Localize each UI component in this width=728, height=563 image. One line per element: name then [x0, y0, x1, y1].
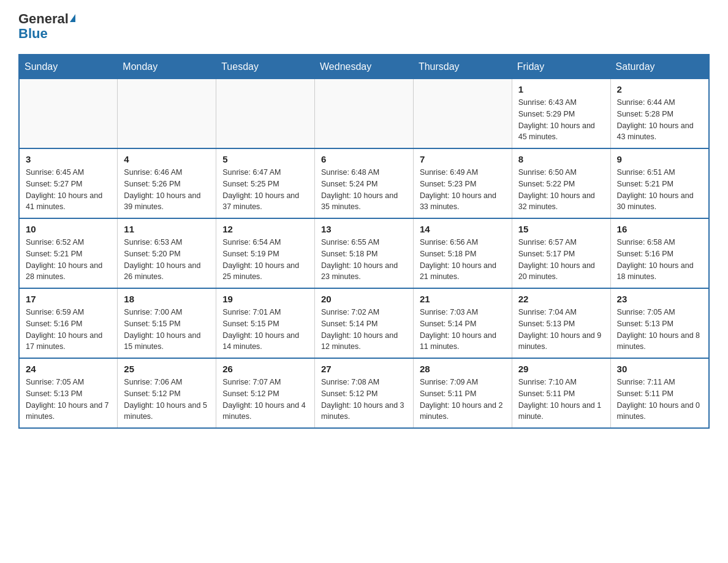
calendar-cell: 7Sunrise: 6:49 AM Sunset: 5:23 PM Daylig… [413, 148, 512, 218]
logo-general: General [18, 12, 75, 26]
day-number: 4 [124, 154, 210, 164]
calendar-cell: 5Sunrise: 6:47 AM Sunset: 5:25 PM Daylig… [216, 148, 315, 218]
day-info: Sunrise: 7:05 AM Sunset: 5:13 PM Dayligh… [26, 377, 111, 423]
calendar-cell: 28Sunrise: 7:09 AM Sunset: 5:11 PM Dayli… [413, 358, 512, 428]
day-of-week-header: Saturday [610, 55, 709, 79]
calendar-cell: 21Sunrise: 7:03 AM Sunset: 5:14 PM Dayli… [413, 288, 512, 358]
calendar-cell: 24Sunrise: 7:05 AM Sunset: 5:13 PM Dayli… [19, 358, 118, 428]
day-info: Sunrise: 6:46 AM Sunset: 5:26 PM Dayligh… [124, 167, 210, 213]
day-number: 26 [222, 364, 308, 374]
calendar-cell [216, 79, 315, 149]
calendar-cell: 11Sunrise: 6:53 AM Sunset: 5:20 PM Dayli… [118, 218, 216, 288]
day-of-week-header: Monday [118, 55, 216, 79]
day-info: Sunrise: 7:10 AM Sunset: 5:11 PM Dayligh… [518, 377, 604, 423]
day-number: 9 [617, 154, 702, 164]
day-number: 25 [124, 364, 210, 374]
calendar-cell [118, 79, 216, 149]
day-of-week-header: Thursday [413, 55, 512, 79]
day-info: Sunrise: 6:56 AM Sunset: 5:18 PM Dayligh… [420, 237, 506, 283]
day-number: 13 [321, 224, 407, 234]
day-info: Sunrise: 6:57 AM Sunset: 5:17 PM Dayligh… [518, 237, 604, 283]
day-number: 22 [518, 294, 604, 304]
day-number: 20 [321, 294, 407, 304]
day-info: Sunrise: 6:52 AM Sunset: 5:21 PM Dayligh… [26, 237, 111, 283]
calendar-week-row: 17Sunrise: 6:59 AM Sunset: 5:16 PM Dayli… [19, 288, 709, 358]
calendar-cell: 13Sunrise: 6:55 AM Sunset: 5:18 PM Dayli… [315, 218, 414, 288]
calendar-cell [19, 79, 118, 149]
day-info: Sunrise: 6:53 AM Sunset: 5:20 PM Dayligh… [124, 237, 210, 283]
calendar-week-row: 1Sunrise: 6:43 AM Sunset: 5:29 PM Daylig… [19, 79, 709, 149]
day-info: Sunrise: 6:59 AM Sunset: 5:16 PM Dayligh… [26, 307, 111, 353]
day-number: 12 [222, 224, 308, 234]
day-number: 1 [518, 84, 604, 94]
day-of-week-header: Wednesday [315, 55, 414, 79]
day-info: Sunrise: 6:54 AM Sunset: 5:19 PM Dayligh… [222, 237, 308, 283]
calendar-cell: 8Sunrise: 6:50 AM Sunset: 5:22 PM Daylig… [512, 148, 610, 218]
day-number: 21 [420, 294, 506, 304]
logo: General Blue [18, 12, 75, 42]
calendar-cell: 23Sunrise: 7:05 AM Sunset: 5:13 PM Dayli… [610, 288, 709, 358]
day-info: Sunrise: 6:49 AM Sunset: 5:23 PM Dayligh… [420, 167, 506, 213]
calendar-cell: 29Sunrise: 7:10 AM Sunset: 5:11 PM Dayli… [512, 358, 610, 428]
day-info: Sunrise: 7:03 AM Sunset: 5:14 PM Dayligh… [420, 307, 506, 353]
calendar-cell: 17Sunrise: 6:59 AM Sunset: 5:16 PM Dayli… [19, 288, 118, 358]
calendar-cell: 15Sunrise: 6:57 AM Sunset: 5:17 PM Dayli… [512, 218, 610, 288]
day-number: 28 [420, 364, 506, 374]
day-info: Sunrise: 6:45 AM Sunset: 5:27 PM Dayligh… [26, 167, 111, 213]
day-of-week-header: Friday [512, 55, 610, 79]
day-info: Sunrise: 7:04 AM Sunset: 5:13 PM Dayligh… [518, 307, 604, 353]
calendar-cell: 27Sunrise: 7:08 AM Sunset: 5:12 PM Dayli… [315, 358, 414, 428]
day-info: Sunrise: 7:00 AM Sunset: 5:15 PM Dayligh… [124, 307, 210, 353]
day-info: Sunrise: 7:01 AM Sunset: 5:15 PM Dayligh… [222, 307, 308, 353]
day-number: 2 [617, 84, 702, 94]
day-info: Sunrise: 6:50 AM Sunset: 5:22 PM Dayligh… [518, 167, 604, 213]
day-number: 17 [26, 294, 111, 304]
calendar-cell: 19Sunrise: 7:01 AM Sunset: 5:15 PM Dayli… [216, 288, 315, 358]
day-number: 19 [222, 294, 308, 304]
calendar-week-row: 24Sunrise: 7:05 AM Sunset: 5:13 PM Dayli… [19, 358, 709, 428]
day-number: 3 [26, 154, 111, 164]
day-info: Sunrise: 7:07 AM Sunset: 5:12 PM Dayligh… [222, 377, 308, 423]
calendar-cell: 16Sunrise: 6:58 AM Sunset: 5:16 PM Dayli… [610, 218, 709, 288]
day-number: 10 [26, 224, 111, 234]
page-header: General Blue [18, 12, 710, 42]
calendar-table: SundayMondayTuesdayWednesdayThursdayFrid… [18, 54, 710, 429]
day-number: 14 [420, 224, 506, 234]
day-number: 6 [321, 154, 407, 164]
day-of-week-header: Sunday [19, 55, 118, 79]
calendar-cell: 22Sunrise: 7:04 AM Sunset: 5:13 PM Dayli… [512, 288, 610, 358]
calendar-cell: 9Sunrise: 6:51 AM Sunset: 5:21 PM Daylig… [610, 148, 709, 218]
calendar-cell: 18Sunrise: 7:00 AM Sunset: 5:15 PM Dayli… [118, 288, 216, 358]
calendar-cell: 14Sunrise: 6:56 AM Sunset: 5:18 PM Dayli… [413, 218, 512, 288]
calendar-week-row: 10Sunrise: 6:52 AM Sunset: 5:21 PM Dayli… [19, 218, 709, 288]
day-number: 24 [26, 364, 111, 374]
day-of-week-header: Tuesday [216, 55, 315, 79]
day-info: Sunrise: 6:47 AM Sunset: 5:25 PM Dayligh… [222, 167, 308, 213]
day-number: 23 [617, 294, 702, 304]
calendar-cell: 25Sunrise: 7:06 AM Sunset: 5:12 PM Dayli… [118, 358, 216, 428]
calendar-cell: 3Sunrise: 6:45 AM Sunset: 5:27 PM Daylig… [19, 148, 118, 218]
calendar-header-row: SundayMondayTuesdayWednesdayThursdayFrid… [19, 55, 709, 79]
day-number: 11 [124, 224, 210, 234]
day-number: 16 [617, 224, 702, 234]
day-info: Sunrise: 7:02 AM Sunset: 5:14 PM Dayligh… [321, 307, 407, 353]
calendar-cell [413, 79, 512, 149]
calendar-cell: 20Sunrise: 7:02 AM Sunset: 5:14 PM Dayli… [315, 288, 414, 358]
logo-blue-text: Blue [18, 26, 48, 42]
day-number: 18 [124, 294, 210, 304]
day-info: Sunrise: 6:44 AM Sunset: 5:28 PM Dayligh… [617, 97, 702, 143]
day-number: 5 [222, 154, 308, 164]
calendar-cell: 4Sunrise: 6:46 AM Sunset: 5:26 PM Daylig… [118, 148, 216, 218]
day-number: 8 [518, 154, 604, 164]
day-info: Sunrise: 6:55 AM Sunset: 5:18 PM Dayligh… [321, 237, 407, 283]
day-info: Sunrise: 6:43 AM Sunset: 5:29 PM Dayligh… [518, 97, 604, 143]
day-number: 27 [321, 364, 407, 374]
calendar-cell: 12Sunrise: 6:54 AM Sunset: 5:19 PM Dayli… [216, 218, 315, 288]
calendar-body: 1Sunrise: 6:43 AM Sunset: 5:29 PM Daylig… [19, 79, 709, 429]
calendar-cell: 10Sunrise: 6:52 AM Sunset: 5:21 PM Dayli… [19, 218, 118, 288]
calendar-week-row: 3Sunrise: 6:45 AM Sunset: 5:27 PM Daylig… [19, 148, 709, 218]
calendar-cell: 6Sunrise: 6:48 AM Sunset: 5:24 PM Daylig… [315, 148, 414, 218]
day-number: 30 [617, 364, 702, 374]
day-info: Sunrise: 7:08 AM Sunset: 5:12 PM Dayligh… [321, 377, 407, 423]
day-info: Sunrise: 6:48 AM Sunset: 5:24 PM Dayligh… [321, 167, 407, 213]
